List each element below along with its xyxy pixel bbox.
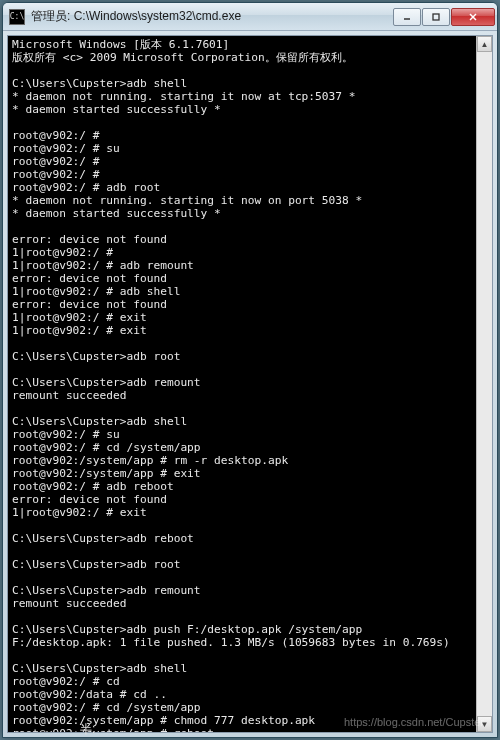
ime-status: 半:	[80, 721, 95, 738]
maximize-icon	[431, 12, 441, 22]
svg-rect-1	[433, 14, 439, 20]
client-area: Microsoft Windows [版本 6.1.7601] 版权所有 <c>…	[7, 35, 493, 733]
watermark-text: https://blog.csdn.net/Cupster	[344, 716, 484, 728]
titlebar[interactable]: C:\ 管理员: C:\Windows\system32\cmd.exe	[3, 3, 497, 31]
console-window: C:\ 管理员: C:\Windows\system32\cmd.exe Mic…	[2, 2, 498, 738]
window-title: 管理员: C:\Windows\system32\cmd.exe	[31, 8, 393, 25]
scroll-track[interactable]	[477, 52, 492, 716]
scroll-up-button[interactable]: ▲	[477, 36, 492, 52]
app-icon: C:\	[9, 9, 25, 25]
vertical-scrollbar[interactable]: ▲ ▼	[476, 36, 492, 732]
close-button[interactable]	[451, 8, 495, 26]
minimize-icon	[402, 12, 412, 22]
terminal-output[interactable]: Microsoft Windows [版本 6.1.7601] 版权所有 <c>…	[8, 36, 492, 733]
minimize-button[interactable]	[393, 8, 421, 26]
window-controls	[393, 8, 495, 26]
close-icon	[468, 12, 478, 22]
maximize-button[interactable]	[422, 8, 450, 26]
